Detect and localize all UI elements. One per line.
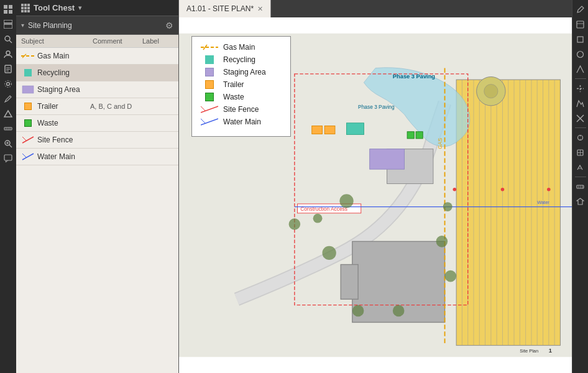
right-tool4-icon[interactable]: [574, 47, 587, 61]
svg-point-8: [6, 51, 10, 55]
legend-recycling-label: Recycling: [223, 55, 255, 64]
pencil-tool-icon[interactable]: [1, 92, 15, 106]
table-row[interactable]: Site Fence: [16, 132, 178, 149]
svg-line-33: [201, 106, 218, 113]
right-tool2-icon[interactable]: [574, 17, 587, 31]
gas-main-label: Gas Main: [37, 52, 88, 60]
col-label-header: Label: [142, 37, 173, 45]
site-planning-arrow: ▾: [21, 22, 24, 29]
svg-text:Phase 3 Paving: Phase 3 Paving: [393, 73, 435, 80]
right-tool3-icon[interactable]: [574, 32, 587, 46]
svg-line-31: [22, 154, 26, 157]
svg-rect-69: [324, 126, 335, 134]
right-divider3: [575, 177, 586, 177]
user-tool-icon[interactable]: [1, 47, 15, 61]
table-row[interactable]: Trailer A, B, C and D: [16, 98, 178, 115]
document-tool-icon[interactable]: [1, 62, 15, 76]
svg-line-34: [201, 106, 206, 111]
svg-line-21: [9, 145, 12, 147]
right-tool11-icon[interactable]: [574, 160, 587, 174]
tool-chest-chevron: ▾: [78, 4, 81, 11]
svg-rect-0: [4, 5, 7, 9]
water-main-icon: [21, 152, 35, 162]
right-divider1: [575, 78, 586, 79]
right-tool12-icon[interactable]: [574, 180, 587, 193]
svg-point-81: [436, 236, 448, 247]
trailer-icon: [21, 101, 35, 111]
svg-point-84: [484, 85, 498, 98]
grid-icon: [21, 4, 30, 12]
legend-site-fence-icon: [201, 105, 218, 114]
legend-table: Subject Comment Label Gas Main Recycling: [16, 35, 178, 373]
legend-waste-label: Waste: [223, 93, 244, 101]
left-toolbar: [0, 0, 16, 373]
svg-rect-5: [4, 24, 12, 29]
tool-chest-panel: Tool Chest ▾ ▾ Site Planning ⚙ Subject C…: [16, 0, 179, 373]
zoom-tool-icon[interactable]: [1, 137, 15, 150]
chat-tool-icon[interactable]: [1, 152, 15, 165]
svg-rect-27: [22, 86, 34, 93]
tab-label: A1.01 - SITE PLAN*: [186, 4, 254, 13]
svg-rect-24: [4, 155, 12, 160]
table-row[interactable]: Waste: [16, 115, 178, 132]
gear-icon[interactable]: ⚙: [165, 21, 173, 30]
legend-item-staging: Staging Area: [201, 68, 282, 76]
tool-chest-title: Tool Chest: [34, 3, 75, 12]
recycling-icon: [21, 68, 35, 78]
recycling-label: Recycling: [37, 68, 88, 77]
magnify-tool-icon[interactable]: [1, 32, 15, 46]
right-tool5-icon[interactable]: [574, 62, 587, 76]
svg-line-29: [22, 137, 26, 140]
svg-point-82: [445, 270, 457, 282]
svg-point-78: [289, 218, 301, 230]
layout-tool-icon[interactable]: [1, 17, 15, 31]
trailer-comment: A, B, C and D: [90, 103, 140, 110]
legend-site-fence-label: Site Fence: [223, 105, 259, 114]
ruler-tool-icon[interactable]: [1, 122, 15, 136]
tool-chest-header[interactable]: Tool Chest ▾: [16, 0, 178, 16]
right-tool10-icon[interactable]: [574, 145, 587, 159]
col-subject-header: Subject: [21, 37, 93, 45]
right-pencil-icon[interactable]: [574, 2, 587, 16]
site-planning-header[interactable]: ▾ Site Planning ⚙: [16, 16, 178, 35]
settings-tool-icon[interactable]: [1, 77, 15, 91]
right-tool6-icon[interactable]: [574, 81, 587, 95]
tab-close-button[interactable]: ✕: [257, 5, 263, 13]
svg-line-28: [22, 137, 34, 143]
svg-line-7: [9, 40, 12, 43]
tab-site-plan[interactable]: A1.01 - SITE PLAN* ✕: [179, 0, 271, 17]
right-tool8-icon[interactable]: [574, 111, 587, 125]
right-divider2: [575, 127, 586, 128]
svg-rect-92: [577, 37, 583, 42]
svg-rect-90: [577, 21, 584, 28]
legend-staging-icon: [201, 68, 218, 76]
legend-box: Gas Main Recycling Staging Area Trailer: [191, 36, 291, 137]
right-tool7-icon[interactable]: [574, 96, 587, 110]
svg-point-86: [501, 188, 505, 191]
svg-text:Water: Water: [537, 200, 549, 205]
legend-item-water-main: Water Main: [201, 117, 282, 126]
table-row[interactable]: Water Main: [16, 149, 178, 165]
right-tool13-icon[interactable]: [574, 195, 587, 208]
legend-staging-area-label: Staging Area: [223, 68, 266, 76]
grid-tool-icon[interactable]: [1, 2, 15, 16]
waste-label: Waste: [37, 119, 88, 127]
legend-item-waste: Waste: [201, 93, 282, 101]
svg-marker-15: [4, 111, 12, 117]
svg-rect-73: [416, 132, 423, 139]
table-row[interactable]: Staging Area: [16, 81, 178, 98]
site-planning-label: Site Planning: [28, 21, 72, 30]
svg-line-30: [22, 154, 34, 160]
legend-item-gas-main: Gas Main: [201, 43, 282, 52]
table-row[interactable]: Recycling: [16, 65, 178, 81]
trailer-label: Trailer: [37, 102, 88, 111]
right-toolbar: [572, 0, 588, 373]
right-tool9-icon[interactable]: [574, 131, 587, 144]
table-row[interactable]: Gas Main: [16, 48, 178, 65]
drawing-area[interactable]: Gas Main Recycling Staging Area Trailer: [179, 17, 572, 373]
triangle-tool-icon[interactable]: [1, 107, 15, 121]
svg-rect-3: [9, 10, 12, 14]
legend-item-recycling: Recycling: [201, 55, 282, 64]
svg-point-13: [7, 83, 10, 86]
svg-point-14: [5, 81, 12, 88]
